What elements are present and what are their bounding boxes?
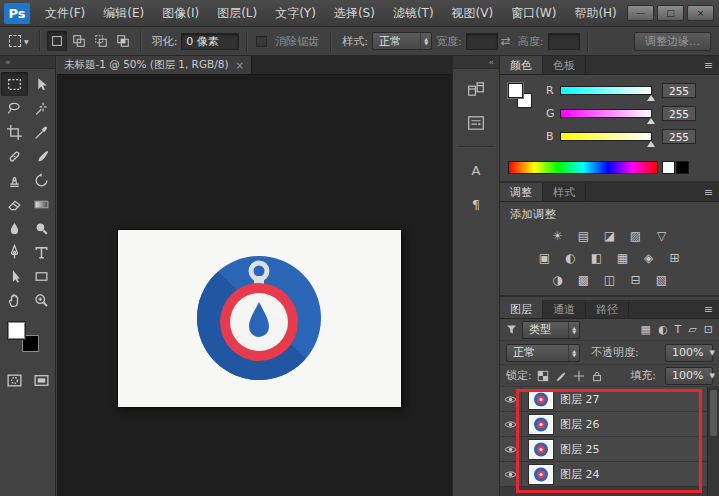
pen-tool[interactable]: [1, 240, 28, 264]
filter-type-layers-icon[interactable]: T: [675, 323, 682, 336]
visibility-toggle[interactable]: [500, 387, 522, 411]
crop-tool[interactable]: [1, 120, 28, 144]
tool-preset-picker[interactable]: ▼: [6, 33, 32, 49]
menu-select[interactable]: 选择(S): [325, 0, 384, 26]
canvas[interactable]: [118, 230, 401, 407]
photo-filter-icon[interactable]: ▦: [615, 251, 630, 265]
hue-saturation-icon[interactable]: ▣: [537, 251, 552, 265]
menu-view[interactable]: 视图(V): [443, 0, 503, 26]
panel-menu-icon[interactable]: ≡: [698, 56, 719, 74]
rectangular-marquee-tool[interactable]: [1, 72, 28, 96]
path-selection-tool[interactable]: [1, 264, 28, 288]
filter-pixel-layers-icon[interactable]: ▦: [641, 323, 651, 336]
red-slider-track[interactable]: [560, 86, 652, 95]
zoom-tool[interactable]: [28, 288, 55, 312]
layer-row-27[interactable]: 图层 27: [500, 387, 707, 412]
layer-name[interactable]: 图层 25: [560, 442, 600, 457]
clone-stamp-tool[interactable]: [1, 168, 28, 192]
gradient-map-icon[interactable]: ⊟: [628, 273, 643, 287]
fill-dropdown[interactable]: 100% ▼: [665, 367, 713, 385]
layer-row-24[interactable]: 图层 24: [500, 462, 707, 487]
lock-pixels-icon[interactable]: [555, 370, 567, 382]
style-dropdown[interactable]: 正常 ▲▼: [372, 32, 432, 50]
lasso-tool[interactable]: [1, 96, 28, 120]
layer-thumbnail[interactable]: [529, 415, 553, 434]
eraser-tool[interactable]: [1, 192, 28, 216]
layer-row-26[interactable]: 图层 26: [500, 412, 707, 437]
layer-name[interactable]: 图层 24: [560, 467, 600, 482]
layer-row-25[interactable]: 图层 25: [500, 437, 707, 462]
menu-help[interactable]: 帮助(H): [565, 0, 625, 26]
height-input[interactable]: [548, 33, 580, 50]
levels-icon[interactable]: ▤: [576, 229, 591, 243]
tab-paths[interactable]: 路径: [586, 300, 629, 318]
lock-all-icon[interactable]: [591, 370, 603, 382]
menu-window[interactable]: 窗口(W): [502, 0, 565, 26]
subtract-from-selection-button[interactable]: [91, 31, 111, 51]
posterize-icon[interactable]: ▩: [576, 273, 591, 287]
intersect-selection-button[interactable]: [113, 31, 133, 51]
type-tool[interactable]: [28, 240, 55, 264]
red-value-field[interactable]: 255: [662, 83, 696, 98]
color-balance-icon[interactable]: ◐: [563, 251, 578, 265]
menu-layer[interactable]: 图层(L): [208, 0, 266, 26]
feather-input[interactable]: 0 像素: [181, 33, 239, 50]
toolbar-collapse-header[interactable]: «: [0, 56, 55, 69]
new-selection-button[interactable]: [47, 31, 67, 51]
layer-thumbnail[interactable]: [529, 465, 553, 484]
filter-smart-objects-icon[interactable]: ⊡: [704, 323, 713, 336]
panel-menu-icon[interactable]: ≡: [698, 300, 719, 318]
selective-color-icon[interactable]: ▧: [654, 273, 669, 287]
color-lookup-icon[interactable]: ⊞: [667, 251, 682, 265]
move-tool[interactable]: [28, 72, 55, 96]
menu-file[interactable]: 文件(F): [36, 0, 94, 26]
green-value-field[interactable]: 255: [662, 106, 696, 121]
hand-tool[interactable]: [1, 288, 28, 312]
visibility-toggle[interactable]: [500, 412, 522, 436]
eyedropper-tool[interactable]: [28, 120, 55, 144]
add-to-selection-button[interactable]: [69, 31, 89, 51]
history-brush-tool[interactable]: [28, 168, 55, 192]
slider-thumb[interactable]: [647, 141, 655, 147]
visibility-toggle[interactable]: [500, 462, 522, 486]
tab-color[interactable]: 颜色: [500, 56, 543, 74]
strip-collapse-header[interactable]: «: [453, 56, 499, 69]
filter-type-dropdown[interactable]: 类型 ▲▼: [522, 321, 580, 339]
blur-tool[interactable]: [1, 216, 28, 240]
dodge-tool[interactable]: [28, 216, 55, 240]
collapsed-panel-paragraph[interactable]: ¶: [458, 190, 494, 218]
layer-name[interactable]: 图层 27: [560, 392, 600, 407]
layer-thumbnail[interactable]: [529, 390, 553, 409]
tab-channels[interactable]: 通道: [543, 300, 586, 318]
layer-name[interactable]: 图层 26: [560, 417, 600, 432]
channel-mixer-icon[interactable]: ◈: [641, 251, 656, 265]
invert-icon[interactable]: ◑: [550, 273, 565, 287]
collapsed-panel-history[interactable]: [458, 75, 494, 103]
maximize-button[interactable]: □: [657, 5, 684, 21]
antialias-checkbox[interactable]: [256, 36, 267, 47]
tab-swatches[interactable]: 色板: [543, 56, 586, 74]
brightness-contrast-icon[interactable]: ☀: [550, 229, 565, 243]
document-tab[interactable]: 未标题-1 @ 50% (图层 1, RGB/8) ×: [57, 56, 252, 74]
menu-image[interactable]: 图像(I): [153, 0, 208, 26]
refine-edge-button[interactable]: 调整边缘…: [634, 32, 711, 51]
foreground-swatch[interactable]: [508, 83, 523, 98]
green-slider-track[interactable]: [560, 109, 652, 118]
slider-thumb[interactable]: [647, 95, 655, 101]
black-ramp-swatch[interactable]: [676, 161, 689, 174]
layer-thumbnail[interactable]: [529, 440, 553, 459]
blue-value-field[interactable]: 255: [662, 129, 696, 144]
white-ramp-swatch[interactable]: [662, 161, 675, 174]
filter-shape-layers-icon[interactable]: ▱: [688, 323, 696, 336]
collapsed-panel-character[interactable]: A: [458, 156, 494, 184]
lock-position-icon[interactable]: [573, 370, 585, 382]
tab-close-icon[interactable]: ×: [236, 60, 244, 71]
screen-mode-button[interactable]: [28, 368, 55, 392]
blend-mode-dropdown[interactable]: 正常 ▲▼: [506, 344, 580, 362]
menu-filter[interactable]: 滤镜(T): [384, 0, 443, 26]
quick-mask-button[interactable]: [1, 368, 28, 392]
black-white-icon[interactable]: ◧: [589, 251, 604, 265]
tab-styles[interactable]: 样式: [543, 183, 586, 201]
swap-dimensions-icon[interactable]: ⇄: [501, 34, 511, 48]
visibility-toggle[interactable]: [500, 437, 522, 461]
